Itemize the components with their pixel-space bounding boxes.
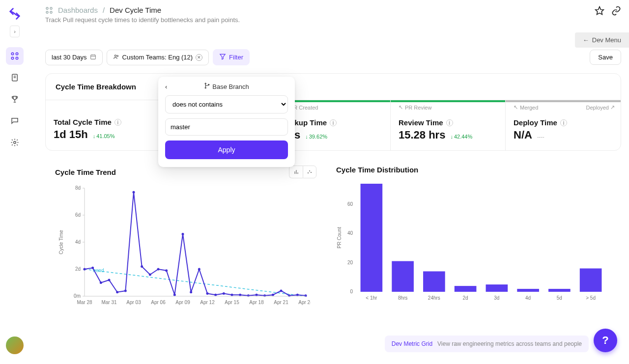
arrow-down-icon: ↓ — [93, 133, 96, 139]
svg-text:Apr 18: Apr 18 — [249, 300, 264, 305]
svg-text:20: 20 — [347, 260, 353, 265]
breadcrumb: Dashboards / Dev Cycle Time — [45, 6, 240, 14]
operator-select[interactable]: does not contains — [165, 95, 288, 113]
svg-rect-87 — [392, 261, 414, 292]
info-icon[interactable]: i — [560, 119, 567, 126]
svg-point-26 — [311, 172, 312, 173]
footer-tip: Dev Metric Grid View raw engineering met… — [385, 336, 589, 352]
arrow-down-icon: ↓ — [305, 134, 308, 140]
svg-point-44 — [108, 279, 111, 281]
app-logo-icon — [7, 6, 23, 22]
nav-docs[interactable] — [6, 69, 24, 86]
svg-point-48 — [141, 265, 143, 268]
info-icon[interactable]: i — [114, 119, 121, 126]
popover-back-icon[interactable]: ‹ — [165, 83, 167, 90]
favorite-icon[interactable] — [595, 6, 604, 17]
expand-rail-button[interactable]: › — [10, 26, 20, 37]
popover-title: Base Branch — [212, 83, 249, 90]
dist-chart: 0204060PR Count< 1hr8hrs24hrs2d3d4d5d> 5… — [336, 179, 611, 308]
clear-team-icon[interactable]: ✕ — [196, 54, 202, 61]
apply-button[interactable]: Apply — [165, 140, 288, 159]
svg-point-12 — [50, 11, 52, 13]
svg-text:3d: 3d — [494, 295, 499, 301]
svg-point-55 — [198, 268, 200, 271]
share-link-icon[interactable] — [611, 6, 621, 17]
svg-point-45 — [116, 291, 118, 293]
svg-point-47 — [133, 191, 135, 194]
filter-button[interactable]: Filter — [213, 49, 250, 65]
svg-rect-14 — [90, 55, 95, 59]
save-button[interactable]: Save — [590, 50, 621, 65]
svg-text:4d: 4d — [75, 239, 81, 245]
user-avatar[interactable] — [6, 336, 24, 354]
svg-point-101 — [205, 83, 206, 84]
dev-menu-button[interactable]: ← Dev Menu — [575, 32, 629, 48]
arrow-down-icon: ↓ — [450, 134, 453, 140]
people-icon — [113, 54, 119, 61]
svg-point-10 — [50, 7, 52, 9]
svg-text:Mar 31: Mar 31 — [101, 300, 117, 305]
filter-popover: ‹ Base Branch does not contains Apply — [158, 77, 295, 167]
nav-settings[interactable] — [6, 134, 24, 151]
svg-text:Mar 28: Mar 28 — [77, 300, 92, 305]
svg-text:6d: 6d — [75, 212, 81, 218]
svg-point-11 — [46, 11, 48, 13]
nav-chat[interactable] — [6, 112, 24, 130]
svg-text:Apr 06: Apr 06 — [151, 300, 166, 305]
svg-text:0: 0 — [350, 289, 353, 294]
svg-point-0 — [11, 53, 14, 55]
breadcrumb-current: Dev Cycle Time — [110, 6, 161, 14]
dev-metric-grid-link[interactable]: Dev Metric Grid — [392, 340, 432, 347]
help-fab[interactable]: ? — [594, 329, 617, 352]
arrow-ne-icon: ↗ — [610, 104, 615, 111]
svg-text:Apr 15: Apr 15 — [225, 300, 239, 305]
svg-marker-13 — [596, 7, 604, 15]
svg-rect-97 — [548, 289, 571, 292]
team-filter-pill[interactable]: Custom Teams: Eng (12) ✕ — [107, 50, 209, 65]
svg-point-67 — [296, 294, 299, 296]
svg-rect-89 — [423, 271, 445, 292]
chart-view-scatter[interactable] — [303, 166, 316, 178]
svg-point-64 — [272, 294, 274, 296]
chart-view-bars[interactable] — [289, 166, 303, 178]
info-icon[interactable]: i — [330, 119, 337, 126]
svg-rect-85 — [361, 184, 383, 292]
svg-point-102 — [205, 87, 206, 88]
svg-point-53 — [182, 233, 184, 235]
branch-value-input[interactable] — [165, 118, 288, 136]
breadcrumb-root[interactable]: Dashboards — [58, 6, 98, 14]
branch-icon — [204, 83, 210, 90]
total-cycle-label: Total Cycle Time — [54, 118, 112, 126]
svg-point-54 — [190, 291, 192, 293]
nav-trophy[interactable] — [6, 90, 24, 108]
info-icon[interactable]: i — [446, 119, 453, 126]
review-value: 15.28 hrs — [399, 129, 445, 141]
svg-point-46 — [124, 290, 127, 292]
svg-point-18 — [114, 55, 116, 56]
side-rail: › — [0, 0, 29, 364]
svg-text:Apr 09: Apr 09 — [175, 300, 190, 305]
svg-point-51 — [165, 269, 168, 272]
svg-point-8 — [14, 141, 16, 144]
svg-point-57 — [214, 294, 217, 296]
svg-text:PR Count: PR Count — [337, 227, 342, 249]
trend-chart: 0m2d4d6d8dCycle TimetrendMar 28Mar 31Apr… — [55, 183, 316, 312]
svg-point-41 — [84, 268, 86, 271]
trend-chart-title: Cycle Time Trend — [55, 168, 116, 176]
svg-point-52 — [173, 294, 176, 296]
nav-dashboards[interactable] — [6, 47, 24, 65]
funnel-icon — [219, 53, 226, 61]
svg-text:8d: 8d — [75, 185, 81, 191]
svg-text:5d: 5d — [557, 295, 562, 301]
svg-point-19 — [116, 55, 118, 56]
svg-text:Apr 24: Apr 24 — [298, 300, 311, 305]
svg-text:0m: 0m — [74, 293, 81, 299]
svg-point-58 — [223, 292, 225, 295]
svg-rect-99 — [580, 268, 602, 292]
arrow-left-icon: ← — [583, 36, 589, 44]
svg-text:4d: 4d — [525, 295, 531, 301]
svg-point-60 — [239, 294, 241, 296]
svg-rect-95 — [517, 289, 539, 292]
svg-point-2 — [11, 57, 14, 59]
date-range-pill[interactable]: last 30 Days — [45, 50, 103, 65]
